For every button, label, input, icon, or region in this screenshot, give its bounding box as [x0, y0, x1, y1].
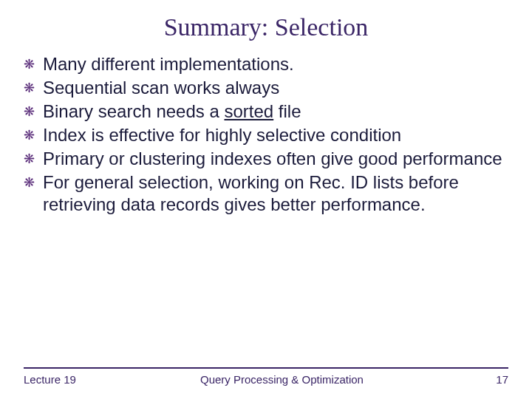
bullet-underline: sorted	[224, 101, 273, 121]
bullet-text-post: file	[273, 101, 301, 121]
footer-divider	[24, 367, 508, 369]
bullet-icon: ❋	[24, 79, 35, 98]
bullet-text: Many different implementations.	[43, 54, 294, 74]
list-item: ❋ Binary search needs a sorted file	[24, 100, 508, 123]
slide-footer: Lecture 19 Query Processing & Optimizati…	[24, 367, 508, 386]
bullet-icon: ❋	[24, 55, 35, 74]
bullet-text: For general selection, working on Rec. I…	[43, 172, 459, 214]
list-item: ❋ Primary or clustering indexes often gi…	[24, 148, 508, 170]
bullet-text: Primary or clustering indexes often give…	[43, 149, 502, 168]
footer-lecture: Lecture 19	[24, 373, 76, 386]
list-item: ❋ Index is effective for highly selectiv…	[24, 124, 508, 146]
bullet-text: Index is effective for highly selective …	[43, 125, 401, 145]
slide: Summary: Selection ❋ Many different impl…	[0, 0, 532, 399]
footer-course: Query Processing & Optimization	[76, 373, 488, 386]
list-item: ❋ Sequential scan works always	[24, 77, 508, 99]
bullet-icon: ❋	[24, 103, 35, 121]
bullet-icon: ❋	[24, 150, 35, 168]
footer-row: Lecture 19 Query Processing & Optimizati…	[24, 373, 508, 386]
list-item: ❋ Many different implementations.	[24, 53, 508, 75]
bullet-text: Sequential scan works always	[43, 78, 279, 98]
slide-title: Summary: Selection	[24, 13, 508, 41]
list-item: ❋ For general selection, working on Rec.…	[24, 171, 508, 216]
bullet-text: Binary search needs a	[43, 101, 224, 121]
footer-page-number: 17	[488, 373, 508, 386]
bullet-icon: ❋	[24, 126, 35, 145]
bullet-icon: ❋	[24, 174, 35, 192]
bullet-list: ❋ Many different implementations. ❋ Sequ…	[24, 53, 508, 216]
